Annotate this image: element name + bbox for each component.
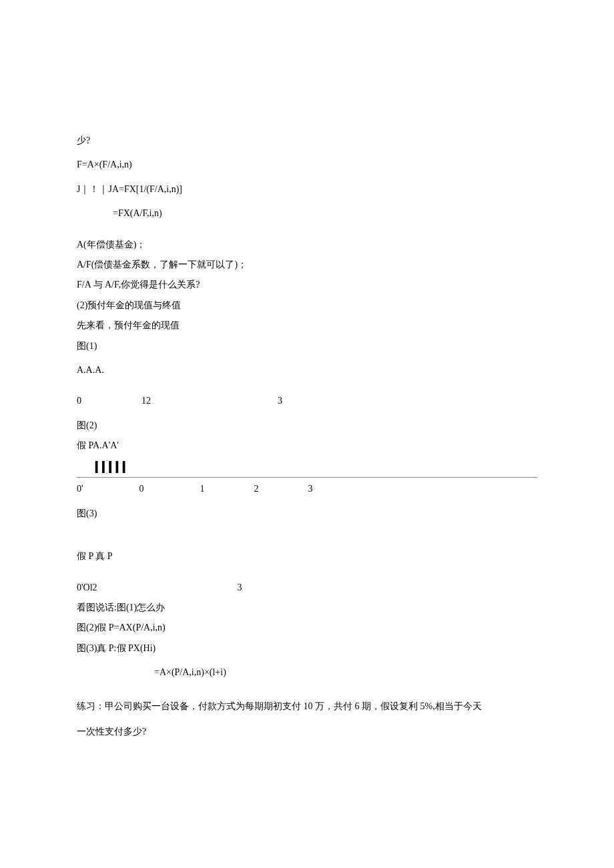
- text-line: 图(1): [77, 339, 537, 354]
- number-row: 0'0123: [77, 482, 537, 496]
- text-line: 假 P 真 P: [77, 549, 537, 564]
- text-line: 图(3): [77, 506, 537, 521]
- text-line: 假 PA.A'A': [77, 438, 537, 453]
- num-cell: 0': [77, 482, 83, 496]
- text-line: A.A.A.: [77, 363, 537, 378]
- horizontal-rule: [77, 477, 537, 478]
- num-cell: 0: [139, 482, 144, 496]
- num-cell: 3: [278, 394, 282, 408]
- num-cell: 3: [238, 580, 242, 595]
- text-line: A(年偿债基金)；: [77, 238, 537, 252]
- num-cell: 0'Ol2: [77, 580, 97, 595]
- text-line: 一次性支付多少?: [77, 722, 537, 743]
- text-line: F=A×(F/A,i,n): [77, 157, 537, 172]
- text-line: 看图说话:图(1)怎么办: [77, 600, 537, 615]
- tally-marks: IIIII: [77, 458, 537, 476]
- text-line: 图(2)假 P=AX(P/A,i,n): [77, 620, 537, 635]
- text-line: 图(2): [77, 418, 537, 433]
- num-cell: 2: [254, 482, 259, 496]
- text-line: =FX(A/F,i,n): [77, 206, 537, 221]
- text-line: =A×(P/A,i,n)×(l+i): [77, 665, 537, 680]
- text-line: J｜！｜JA=FX[1/(F/A,i,n)]: [77, 182, 537, 197]
- text-line: A/F(偿债基金系数，了解一下就可以了)；: [77, 258, 537, 272]
- text-line: 少?: [77, 133, 537, 148]
- num-cell: 0: [77, 394, 81, 408]
- number-row: 0123: [77, 394, 537, 408]
- text-line: 图(3)真 P:假 PX(Hi): [77, 641, 537, 656]
- number-row: 0'Ol23: [77, 580, 537, 595]
- num-cell: 3: [308, 482, 313, 496]
- text-line: (2)预付年金的现值与终值: [77, 298, 537, 313]
- text-line: 先来看，预付年金的现值: [77, 318, 537, 333]
- text-line: F/A 与 A/F,你觉得是什么关系?: [77, 278, 537, 292]
- document-body: 少? F=A×(F/A,i,n) J｜！｜JA=FX[1/(F/A,i,n)] …: [77, 133, 537, 743]
- num-cell: 12: [141, 394, 151, 408]
- num-cell: 1: [200, 482, 205, 496]
- text-line: 练习：甲公司购买一台设备，付款方式为每期期初支付 10 万，共付 6 期，假设复…: [77, 697, 537, 717]
